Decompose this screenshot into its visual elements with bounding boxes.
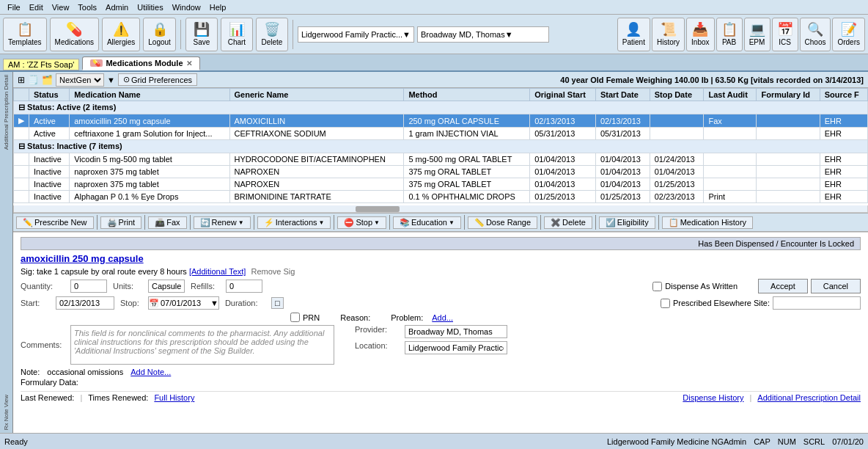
col-status[interactable]: Status (29, 89, 70, 101)
additional-prescription-label[interactable]: Additional Prescription Detail (2, 72, 10, 153)
print-button[interactable]: 🖨️ Print (100, 216, 142, 229)
tooltip-tab[interactable]: AM : 'ZZ Fts Soap' (3, 59, 79, 70)
renew-dropdown-arrow[interactable]: ▼ (238, 219, 244, 226)
renew-button[interactable]: 🔄 Renew ▼ (194, 216, 251, 229)
save-button[interactable]: 💾 Save (185, 18, 218, 51)
row-source-3: EHR (820, 153, 867, 166)
stop-dropdown-arrow[interactable]: ▼ (374, 219, 380, 226)
table-row[interactable]: Active ceftriaxone 1 gram Solution for I… (14, 128, 868, 140)
med-delete-button[interactable]: ✖️ Delete (544, 216, 592, 229)
problem-add-link[interactable]: Add... (432, 313, 453, 322)
col-generic[interactable]: Generic Name (229, 89, 404, 101)
col-med-name[interactable]: Medication Name (70, 89, 229, 101)
start-input[interactable] (56, 296, 114, 310)
menu-tools[interactable]: Tools (73, 2, 101, 12)
quantity-input[interactable] (70, 280, 107, 293)
interactions-button[interactable]: ⚡ Interactions ▼ (257, 216, 331, 229)
logout-label: Logout (148, 38, 171, 46)
additional-rx-detail-link[interactable]: Additional Prescription Detail (757, 393, 861, 402)
stop-button[interactable]: ⛔ Stop ▼ (337, 216, 386, 229)
rx-title[interactable]: amoxicillin 250 mg capsule (21, 253, 861, 264)
practice-dropdown[interactable]: Lidgerwood Family Practic... ▼ (298, 26, 414, 43)
table-row[interactable]: Inactive naproxen 375 mg tablet NAPROXEN… (14, 178, 868, 191)
tab-medications[interactable]: 💊 Medications Module ✕ (82, 56, 199, 70)
dispense-history-link[interactable]: Dispense History (683, 393, 743, 402)
cancel-button[interactable]: Cancel (811, 279, 861, 293)
eligibility-button[interactable]: ☑️ Eligibility (599, 216, 655, 229)
col-formulary[interactable]: Formulary Id (757, 89, 820, 101)
comments-section: Comments: This field is for nonclinical … (21, 325, 334, 368)
horizontal-scrollbar[interactable] (13, 205, 868, 213)
ics-button[interactable]: 📅ICS (772, 18, 798, 51)
toolbar-sep-1 (180, 20, 181, 49)
table-row[interactable]: Inactive naproxen 375 mg tablet NAPROXEN… (14, 166, 868, 178)
medications-button[interactable]: 💊 Medications (50, 18, 99, 51)
inactive-collapse-icon[interactable]: ⊟ (18, 142, 25, 150)
full-history-link[interactable]: Full History (154, 393, 194, 402)
prescribe-new-button[interactable]: ✏️ Prescribe New (16, 216, 94, 229)
provider-dropdown[interactable]: Broadway MD, Thomas ▼ (417, 26, 549, 43)
col-last-audit[interactable]: Last Audit (704, 89, 757, 101)
delete-button[interactable]: 🗑️ Delete (256, 18, 288, 51)
inbox-button[interactable]: 📥Inbox (686, 18, 714, 51)
epm-button[interactable]: 💻EPM (744, 18, 770, 51)
templates-button[interactable]: 📋 Templates (3, 18, 47, 51)
menu-edit[interactable]: Edit (25, 2, 48, 12)
table-row[interactable]: ▶ Active amoxicillin 250 mg capsule AMOX… (14, 114, 868, 128)
interactions-dropdown-arrow[interactable]: ▼ (319, 219, 325, 226)
tab-close-icon[interactable]: ✕ (186, 59, 192, 67)
nextgen-dropdown[interactable]: NextGen (56, 73, 104, 87)
menu-utilities[interactable]: Utilities (133, 2, 167, 12)
pab-button[interactable]: 📋PAB (716, 18, 743, 51)
col-orig-start[interactable]: Original Start (530, 89, 596, 101)
grid-preferences-button[interactable]: ⊙ Grid Preferences (118, 73, 197, 86)
add-note-link[interactable]: Add Note... (130, 368, 171, 376)
dispense-as-written-checkbox[interactable] (652, 282, 662, 291)
prn-checkbox[interactable] (290, 313, 300, 322)
fax-button[interactable]: 📠 Fax (148, 216, 186, 229)
logout-button[interactable]: 🔒 Logout (143, 18, 176, 51)
prescribed-elsewhere-checkbox[interactable] (661, 299, 670, 308)
provider-input[interactable] (405, 325, 507, 338)
refills-input[interactable] (226, 280, 262, 293)
table-row[interactable]: Inactive Alphagan P 0.1 % Eye Drops BRIM… (14, 191, 868, 203)
patient-button[interactable]: 👤Patient (617, 18, 650, 51)
units-input[interactable] (148, 280, 185, 293)
stop-dropdown-btn[interactable]: ▼ (210, 299, 218, 307)
additional-text-link[interactable]: [Additional Text] (189, 267, 246, 276)
education-dropdown-arrow[interactable]: ▼ (449, 219, 455, 226)
table-row[interactable]: Inactive Vicodin 5 mg-500 mg tablet HYDR… (14, 153, 868, 166)
stop-input[interactable] (159, 298, 210, 308)
orders-button[interactable]: 📝Orders (832, 18, 865, 51)
choos-button[interactable]: 🔍Choos (800, 18, 831, 51)
menu-admin[interactable]: Admin (101, 2, 133, 12)
grid-icon[interactable]: 🗂️ (42, 75, 53, 85)
education-button[interactable]: 📚 Education ▼ (393, 216, 461, 229)
prescribed-elsewhere-input[interactable] (773, 296, 861, 310)
accept-button[interactable]: Accept (758, 279, 808, 293)
medication-table-container[interactable]: Status Medication Name Generic Name Meth… (13, 88, 868, 205)
dose-range-button[interactable]: 📏 Dose Range (468, 216, 537, 229)
col-source[interactable]: Source F (820, 89, 867, 101)
col-start-date[interactable]: Start Date (595, 89, 650, 101)
remove-sig-link[interactable]: Remove Sig (251, 267, 295, 276)
active-collapse-icon[interactable]: ⊟ (18, 103, 25, 112)
allergies-button[interactable]: ⚠️ Allergies (102, 18, 140, 51)
medication-history-button[interactable]: 📋 Medication History (662, 216, 753, 229)
collapse-icon[interactable]: 🗒️ (28, 75, 39, 85)
start-label: Start: (21, 299, 50, 307)
menu-view[interactable]: View (48, 2, 74, 12)
menu-file[interactable]: File (3, 2, 25, 12)
chart-button[interactable]: 📊 Chart (221, 18, 253, 51)
menu-help[interactable]: Help (205, 2, 231, 12)
location-input[interactable] (405, 341, 507, 354)
rx-note-view-label[interactable]: Rx Note View (2, 392, 10, 433)
col-method[interactable]: Method (404, 89, 530, 101)
comments-input[interactable]: This field is for nonclinical comments t… (70, 325, 334, 365)
menu-window[interactable]: Window (168, 2, 205, 12)
col-arrow (14, 89, 29, 101)
expand-icon[interactable]: ⊞ (18, 75, 25, 85)
history-button[interactable]: 📜History (652, 18, 685, 51)
duration-button[interactable]: □ (271, 297, 284, 309)
col-stop-date[interactable]: Stop Date (650, 89, 704, 101)
